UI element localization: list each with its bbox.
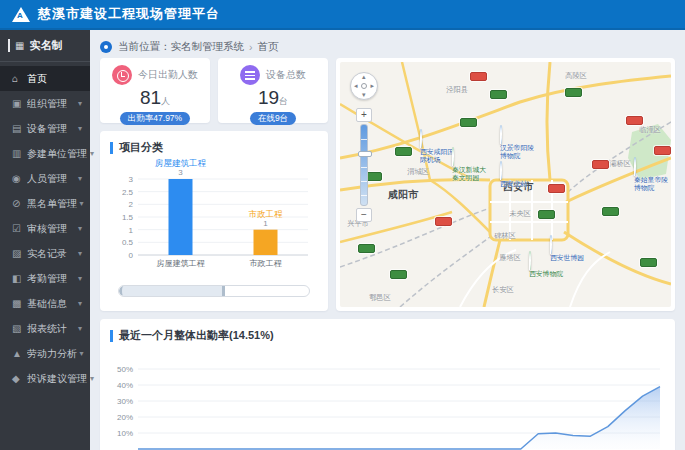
chevron-down-icon (80, 199, 84, 208)
clock-icon (112, 65, 132, 85)
poi-pin-icon[interactable] (500, 125, 502, 144)
stat-label: 设备总数 (266, 68, 306, 82)
map-district-label: 渭城区 (407, 167, 429, 177)
svg-text:2.5: 2.5 (122, 188, 134, 197)
pan-up-icon[interactable]: ▴ (362, 73, 366, 81)
map-district-label: 鄠邑区 (369, 293, 391, 303)
stat-value: 81 (140, 87, 161, 108)
poi-label: 西安博物院 (529, 271, 566, 278)
svg-text:房屋建筑工程: 房屋建筑工程 (155, 158, 207, 168)
pan-right-icon[interactable]: ▸ (370, 82, 374, 90)
panel-accent-bar (110, 330, 113, 342)
poi-pin-icon[interactable] (452, 147, 454, 166)
road-shield-icon (460, 118, 477, 127)
device-icon: ▤ (12, 123, 27, 134)
stat-label: 今日出勤人数 (138, 68, 198, 82)
people-icon: ◉ (12, 173, 27, 184)
svg-text:2: 2 (129, 200, 134, 209)
road-shield-icon (470, 72, 487, 81)
sidebar-item-attendance-management[interactable]: ◧ 考勤管理 (0, 266, 90, 291)
road-shield-icon (626, 116, 643, 125)
road-shield-icon (435, 217, 452, 226)
map-district-label: 碑林区 (494, 231, 516, 241)
sidebar-brand: ▦ 实名制 (0, 30, 90, 62)
map-district-label: 泾阳县 (446, 85, 468, 95)
grid-icon: ▦ (15, 40, 24, 51)
svg-text:30%: 30% (117, 397, 133, 406)
complaint-icon: ◆ (12, 373, 27, 384)
sidebar-item-report-statistics[interactable]: ▧ 报表统计 (0, 316, 90, 341)
map-labels-layer: 咸阳市西安市泾阳县高陵区临潼区渭城区未央区灞桥区碑林区雁塔区长安区鄠邑区兴平市西… (340, 62, 671, 307)
stat-unit: 人 (161, 96, 170, 106)
breadcrumb: 当前位置： 实名制管理系统 › 首页 (100, 36, 675, 58)
road-shield-icon (358, 244, 375, 253)
svg-text:40%: 40% (117, 381, 133, 390)
zoom-slider-handle[interactable] (358, 151, 372, 157)
road-shield-icon (390, 270, 407, 279)
datazoom-slider[interactable] (118, 285, 310, 297)
brand-accent-bar (8, 39, 10, 52)
chevron-down-icon (78, 249, 82, 258)
chevron-down-icon (78, 299, 82, 308)
bar-0[interactable] (169, 179, 193, 255)
map-poi-marker[interactable]: 秦汉新城大秦文明园 (452, 148, 522, 185)
breadcrumb-separator: › (249, 41, 253, 53)
chevron-down-icon (78, 274, 82, 283)
map-district-label: 临潼区 (639, 125, 661, 135)
map-district-label: 高陵区 (565, 71, 587, 81)
sidebar-item-audit-management[interactable]: ☑ 审核管理 (0, 216, 90, 241)
location-pin-icon (100, 41, 112, 53)
svg-text:20%: 20% (117, 413, 133, 422)
datazoom-slider-handle[interactable] (119, 286, 225, 296)
chevron-down-icon (78, 124, 82, 133)
project-category-bar-chart: 00.511.522.53房屋建筑工程3房屋建筑工程市政工程1市政工程 (110, 157, 318, 283)
sidebar-item-org-management[interactable]: ▣ 组织管理 (0, 91, 90, 116)
breadcrumb-system[interactable]: 实名制管理系统 (171, 40, 245, 54)
blacklist-icon: ⊘ (12, 198, 27, 209)
road-shield-icon (395, 147, 412, 156)
stat-card-devices: 设备总数 19台 在线9台 (218, 58, 328, 123)
poi-pin-icon[interactable] (634, 157, 636, 176)
brand-label: 实名制 (29, 38, 62, 53)
main-content: 当前位置： 实名制管理系统 › 首页 今日出勤人数 81人 出勤率47. (90, 30, 685, 450)
chevron-down-icon (78, 324, 82, 333)
sidebar-item-base-info[interactable]: ▩ 基础信息 (0, 291, 90, 316)
sidebar-item-personnel-management[interactable]: ◉ 人员管理 (0, 166, 90, 191)
map-city-label: 咸阳市 (388, 188, 418, 202)
road-shield-icon (602, 207, 619, 216)
zoom-out-button[interactable]: − (356, 208, 372, 222)
sidebar-item-labor-analysis[interactable]: ▲ 劳动力分析 (0, 341, 90, 366)
attendance-area-chart: 10%20%30%40%50% (100, 351, 672, 450)
map-pan-control[interactable]: ▴ ▾ ◂ ▸ (350, 72, 378, 100)
sidebar-item-realname-records[interactable]: ▨ 实名记录 (0, 241, 90, 266)
sidebar-item-blacklist-management[interactable]: ⊘ 黑名单管理 (0, 191, 90, 216)
svg-text:10%: 10% (117, 429, 133, 438)
pan-left-icon[interactable]: ◂ (354, 82, 358, 90)
map-canvas[interactable]: 咸阳市西安市泾阳县高陵区临潼区渭城区未央区灞桥区碑林区雁塔区长安区鄠邑区兴平市西… (340, 62, 671, 307)
chevron-down-icon (90, 149, 94, 158)
poi-pin-icon[interactable] (420, 129, 422, 148)
map-poi-marker[interactable]: 西安博物院 (529, 252, 599, 280)
map-panel: 咸阳市西安市泾阳县高陵区临潼区渭城区未央区灞桥区碑林区雁塔区长安区鄠邑区兴平市西… (336, 58, 675, 311)
svg-text:0.5: 0.5 (122, 238, 134, 247)
pan-down-icon[interactable]: ▾ (362, 91, 366, 99)
svg-text:房屋建筑工程: 房屋建筑工程 (157, 259, 206, 268)
map-poi-marker[interactable]: 秦始皇帝陵博物院 (634, 158, 671, 195)
sidebar-item-home[interactable]: ⌂ 首页 (0, 66, 90, 91)
map-district-label: 灞桥区 (609, 159, 631, 169)
svg-text:3: 3 (178, 168, 183, 177)
zoom-in-button[interactable]: + (356, 108, 372, 122)
chevron-down-icon (80, 349, 84, 358)
svg-text:市政工程: 市政工程 (249, 209, 284, 219)
poi-pin-icon[interactable] (529, 251, 531, 270)
zoom-slider-track[interactable] (360, 124, 368, 206)
breadcrumb-current: 首页 (258, 40, 279, 54)
road-shield-icon (654, 146, 671, 155)
app-header: 慈溪市建设工程现场管理平台 (0, 0, 685, 30)
home-icon: ⌂ (12, 73, 27, 84)
sidebar-item-device-management[interactable]: ▤ 设备管理 (0, 116, 90, 141)
svg-text:3: 3 (129, 175, 134, 184)
sidebar-item-participating-units[interactable]: ▥ 参建单位管理 (0, 141, 90, 166)
sidebar-item-complaint-management[interactable]: ◆ 投诉建议管理 (0, 366, 90, 391)
bar-1[interactable] (254, 230, 278, 255)
